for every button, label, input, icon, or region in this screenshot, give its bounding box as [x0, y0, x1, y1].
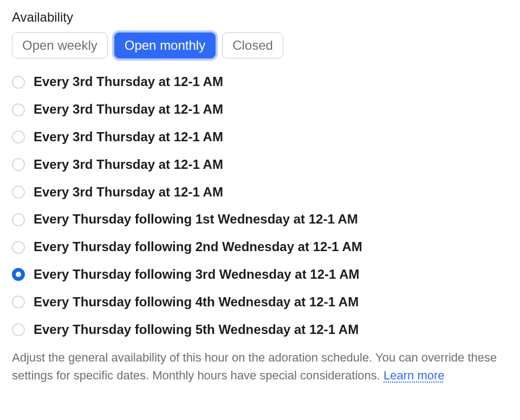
tab-open-weekly[interactable]: Open weekly [12, 32, 108, 58]
radio-icon [12, 130, 25, 143]
tab-closed[interactable]: Closed [222, 32, 283, 58]
availability-option-label: Every Thursday following 2nd Wednesday a… [34, 239, 362, 255]
radio-icon [12, 103, 25, 116]
availability-options-list: Every 3rd Thursday at 12-1 AMEvery 3rd T… [12, 68, 508, 343]
availability-option[interactable]: Every 3rd Thursday at 12-1 AM [12, 151, 508, 179]
availability-option[interactable]: Every 3rd Thursday at 12-1 AM [12, 179, 508, 206]
availability-option[interactable]: Every 3rd Thursday at 12-1 AM [12, 96, 508, 123]
radio-icon [12, 241, 25, 254]
section-title: Availability [12, 10, 508, 25]
availability-option-label: Every 3rd Thursday at 12-1 AM [34, 185, 223, 200]
availability-option[interactable]: Every 3rd Thursday at 12-1 AM [12, 123, 508, 151]
availability-option-label: Every 3rd Thursday at 12-1 AM [34, 157, 223, 173]
availability-option-label: Every Thursday following 5th Wednesday a… [34, 322, 359, 338]
radio-icon [12, 158, 25, 171]
tab-open-monthly[interactable]: Open monthly [114, 32, 216, 58]
availability-option-label: Every Thursday following 4th Wednesday a… [34, 294, 359, 310]
radio-icon [12, 323, 25, 336]
availability-option[interactable]: Every Thursday following 1st Wednesday a… [12, 206, 508, 233]
availability-tabs: Open weeklyOpen monthlyClosed [12, 32, 508, 58]
availability-option-label: Every Thursday following 1st Wednesday a… [34, 212, 358, 227]
radio-icon [12, 296, 25, 309]
learn-more-link[interactable]: Learn more [384, 369, 445, 382]
availability-option[interactable]: Every Thursday following 3rd Wednesday a… [12, 261, 508, 288]
availability-option[interactable]: Every Thursday following 4th Wednesday a… [12, 288, 508, 316]
availability-option-label: Every 3rd Thursday at 12-1 AM [34, 102, 223, 117]
radio-icon [12, 186, 25, 199]
radio-icon [12, 76, 25, 89]
radio-icon [12, 268, 25, 281]
help-text: Adjust the general availability of this … [12, 349, 508, 384]
availability-option[interactable]: Every Thursday following 5th Wednesday a… [12, 316, 508, 344]
availability-option-label: Every 3rd Thursday at 12-1 AM [34, 129, 223, 145]
radio-icon [12, 213, 25, 226]
availability-option-label: Every Thursday following 3rd Wednesday a… [34, 267, 360, 283]
availability-option[interactable]: Every Thursday following 2nd Wednesday a… [12, 233, 508, 261]
availability-option[interactable]: Every 3rd Thursday at 12-1 AM [12, 68, 508, 96]
availability-option-label: Every 3rd Thursday at 12-1 AM [34, 74, 223, 90]
